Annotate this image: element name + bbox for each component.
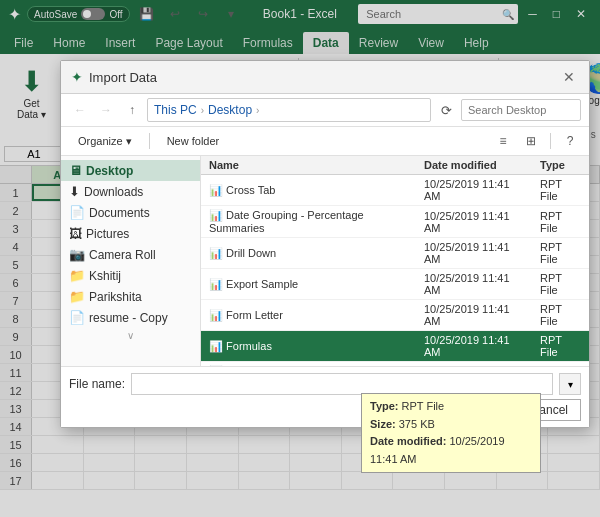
file-icon: 📊 — [209, 247, 223, 259]
file-date-cell: 10/25/2019 11:41 AM — [416, 206, 532, 238]
sidebar-item-documents[interactable]: 📄 Documents — [61, 202, 200, 223]
file-date-cell: 10/25/2019 11:41 AM — [416, 238, 532, 269]
breadcrumb-this-pc[interactable]: This PC — [154, 103, 197, 117]
nav-back-button[interactable]: ← — [69, 99, 91, 121]
file-table-header: Name Date modified Type — [201, 156, 589, 175]
file-icon: 📊 — [209, 278, 223, 290]
file-date-cell: 10/25/2019 11:41 AM — [416, 300, 532, 331]
organize-dropdown-icon: ▾ — [126, 135, 132, 148]
file-icon: 📊 — [209, 184, 223, 196]
file-type-cell: RPT File — [532, 269, 589, 300]
file-type-cell: RPT File — [532, 238, 589, 269]
desktop-label: Desktop — [86, 164, 133, 178]
list-item[interactable]: 📊 Cross Tab10/25/2019 11:41 AMRPT File — [201, 175, 589, 206]
camera-roll-icon: 📷 — [69, 247, 85, 262]
file-type-cell: RPT File — [532, 175, 589, 206]
sidebar-item-pictures[interactable]: 🖼 Pictures — [61, 223, 200, 244]
file-icon: 📊 — [209, 340, 223, 352]
list-item[interactable]: 📊 Geographic Maps — [201, 362, 589, 367]
file-name-cell: 📊 Formulas — [201, 331, 416, 362]
toolbar-sep1 — [149, 133, 150, 149]
file-name-cell: 📊 Date Grouping - Percentage Summaries — [201, 206, 416, 238]
file-icon: 📊 — [209, 309, 223, 321]
toolbar-sep2 — [550, 133, 551, 149]
search-desktop-input[interactable] — [461, 99, 581, 121]
filename-label: File name: — [69, 377, 125, 391]
list-item[interactable]: 📊 Date Grouping - Percentage Summaries10… — [201, 206, 589, 238]
sidebar-item-kshitij[interactable]: 📁 Kshitij — [61, 265, 200, 286]
desktop-icon: 🖥 — [69, 163, 82, 178]
list-item[interactable]: 📊 Form Letter10/25/2019 11:41 AMRPT File — [201, 300, 589, 331]
new-folder-button[interactable]: New folder — [158, 132, 229, 150]
documents-label: Documents — [89, 206, 150, 220]
breadcrumb-sep2: › — [256, 105, 259, 116]
sidebar-item-parikshita[interactable]: 📁 Parikshita — [61, 286, 200, 307]
filename-dropdown-button[interactable]: ▾ — [559, 373, 581, 395]
file-icon: 📊 — [209, 209, 223, 221]
file-date-cell: 10/25/2019 11:41 AM — [416, 269, 532, 300]
kshitij-label: Kshitij — [89, 269, 121, 283]
file-name-cell: 📊 Export Sample — [201, 269, 416, 300]
sidebar-item-camera-roll[interactable]: 📷 Camera Roll — [61, 244, 200, 265]
resume-copy-label: resume - Copy — [89, 311, 168, 325]
tooltip-modified-row: Date modified: 10/25/2019 11:41 AM — [370, 433, 532, 468]
dialog-nav: ← → ↑ This PC › Desktop › ⟳ — [61, 94, 589, 127]
file-name-cell: 📊 Drill Down — [201, 238, 416, 269]
sidebar-pane: 🖥 Desktop ⬇ Downloads 📄 Documents 🖼 Pict… — [61, 156, 201, 366]
main-pane: Name Date modified Type 📊 Cross Tab10/25… — [201, 156, 589, 366]
sidebar-item-downloads[interactable]: ⬇ Downloads — [61, 181, 200, 202]
nav-up-button[interactable]: ↑ — [121, 99, 143, 121]
file-date-cell: 10/25/2019 11:41 AM — [416, 175, 532, 206]
file-tooltip: Type: RPT File Size: 375 KB Date modifie… — [361, 393, 541, 473]
filename-row: File name: ▾ — [69, 373, 581, 395]
parikshita-label: Parikshita — [89, 290, 142, 304]
list-item[interactable]: 📊 Export Sample10/25/2019 11:41 AMRPT Fi… — [201, 269, 589, 300]
downloads-label: Downloads — [84, 185, 143, 199]
breadcrumb-desktop[interactable]: Desktop — [208, 103, 252, 117]
view-list-button[interactable]: ≡ — [492, 130, 514, 152]
file-type-cell: RPT File — [532, 300, 589, 331]
file-name-cell: 📊 Form Letter — [201, 300, 416, 331]
new-folder-label: New folder — [167, 135, 220, 147]
breadcrumb-bar: This PC › Desktop › — [147, 98, 431, 122]
import-dialog: ✦ Import Data ✕ ← → ↑ This PC › Desktop … — [60, 60, 590, 428]
file-table: Name Date modified Type 📊 Cross Tab10/25… — [201, 156, 589, 366]
help-button[interactable]: ? — [559, 130, 581, 152]
pictures-icon: 🖼 — [69, 226, 82, 241]
organize-button[interactable]: Organize ▾ — [69, 132, 141, 151]
file-type-cell — [532, 362, 589, 367]
documents-icon: 📄 — [69, 205, 85, 220]
sidebar-item-resume-copy[interactable]: 📄 resume - Copy — [61, 307, 200, 328]
filename-input[interactable] — [131, 373, 553, 395]
file-name-cell: 📊 Geographic Maps — [201, 362, 416, 367]
dialog-icon: ✦ — [71, 69, 83, 85]
downloads-icon: ⬇ — [69, 184, 80, 199]
parikshita-icon: 📁 — [69, 289, 85, 304]
list-item[interactable]: 📊 Formulas10/25/2019 11:41 AMRPT File — [201, 331, 589, 362]
list-item[interactable]: 📊 Drill Down10/25/2019 11:41 AMRPT File — [201, 238, 589, 269]
file-name-cell: 📊 Cross Tab — [201, 175, 416, 206]
col-header-type[interactable]: Type — [532, 156, 589, 175]
file-type-cell: RPT File — [532, 206, 589, 238]
sidebar-item-desktop[interactable]: 🖥 Desktop — [61, 160, 200, 181]
dialog-close-button[interactable]: ✕ — [559, 67, 579, 87]
view-details-button[interactable]: ⊞ — [520, 130, 542, 152]
file-date-cell — [416, 362, 532, 367]
camera-roll-label: Camera Roll — [89, 248, 156, 262]
dialog-toolbar: Organize ▾ New folder ≡ ⊞ ? — [61, 127, 589, 156]
col-header-name[interactable]: Name — [201, 156, 416, 175]
tooltip-type-row: Type: RPT File — [370, 398, 532, 416]
dialog-titlebar: ✦ Import Data ✕ — [61, 61, 589, 94]
sidebar-scroll-indicator: ∨ — [127, 330, 134, 341]
file-icon: 📊 — [209, 365, 223, 366]
kshitij-icon: 📁 — [69, 268, 85, 283]
file-date-cell: 10/25/2019 11:41 AM — [416, 331, 532, 362]
breadcrumb-sep1: › — [201, 105, 204, 116]
pictures-label: Pictures — [86, 227, 129, 241]
nav-forward-button[interactable]: → — [95, 99, 117, 121]
tooltip-size-row: Size: 375 KB — [370, 416, 532, 434]
resume-copy-icon: 📄 — [69, 310, 85, 325]
file-type-cell: RPT File — [532, 331, 589, 362]
nav-refresh-button[interactable]: ⟳ — [435, 99, 457, 121]
col-header-date[interactable]: Date modified — [416, 156, 532, 175]
